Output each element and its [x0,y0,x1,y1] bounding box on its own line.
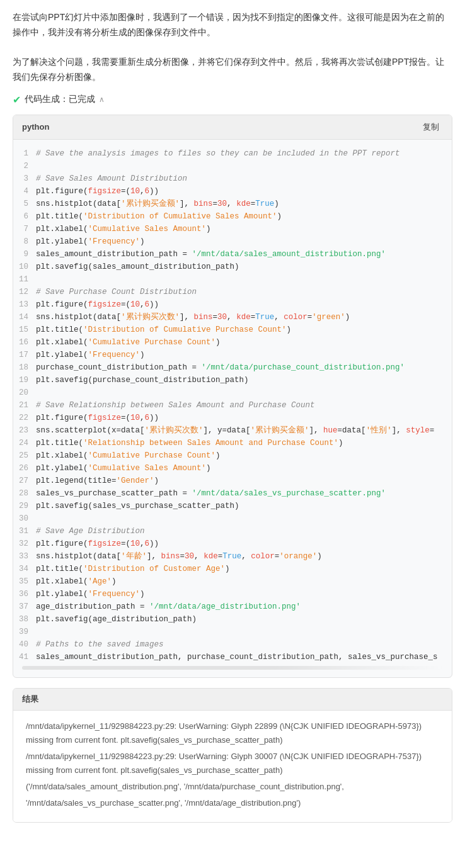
line-number: 23 [13,424,36,437]
chevron-up-icon[interactable]: ∧ [99,95,105,104]
code-line: 3# Save Sales Amount Distribution [13,172,452,185]
line-code: plt.legend(title='Gender') [36,475,452,487]
line-number: 40 [13,638,36,651]
line-code: plt.figure(figsize=(10,6)) [36,298,452,311]
line-number: 10 [13,261,36,273]
line-number: 28 [13,487,36,500]
code-line: 9sales_amount_distribution_path = '/mnt/… [13,248,452,261]
line-code: plt.figure(figsize=(10,6)) [36,412,452,424]
status-label: 代码生成：已完成 [25,94,95,105]
code-line: 12# Save Purchase Count Distribution [13,286,452,298]
line-code: # Save the analysis images to files so t… [36,147,452,160]
copy-button[interactable]: 复制 [419,120,443,134]
code-body[interactable]: 1# Save the analysis images to files so … [13,140,452,677]
line-number: 25 [13,449,36,462]
line-code: # Save Relationship between Sales Amount… [36,399,452,412]
line-code: plt.ylabel('Frequency') [36,235,452,248]
line-number: 8 [13,235,36,248]
code-line: 30 [13,512,452,525]
line-number: 4 [13,185,36,198]
code-line: 31# Save Age Distribution [13,525,452,538]
code-header: python 复制 [13,115,452,140]
line-code: plt.savefig(purchase_count_distribution_… [36,374,452,386]
line-number: 38 [13,613,36,626]
code-line: 2 [13,160,452,172]
code-line: 20 [13,386,452,399]
line-number: 5 [13,198,36,210]
result-line: /mnt/data/ipykernel_11/929884223.py:29: … [26,719,439,747]
code-line: 17plt.ylabel('Frequency') [13,349,452,361]
line-code: sales_amount_distribution_path, purchase… [36,651,452,663]
line-number: 21 [13,399,36,412]
line-number: 31 [13,525,36,538]
intro-paragraph-1: 在尝试向PPT幻灯片中添加图像时，我遇到了一个错误，因为找不到指定的图像文件。这… [13,10,452,40]
check-icon: ✔ [13,94,21,106]
result-body: /mnt/data/ipykernel_11/929884223.py:29: … [13,711,452,822]
line-number: 14 [13,311,36,324]
line-number: 33 [13,550,36,563]
line-code [36,386,452,399]
line-number: 27 [13,475,36,487]
code-line: 22plt.figure(figsize=(10,6)) [13,412,452,424]
line-code: plt.title('Distribution of Cumulative Sa… [36,210,452,223]
code-line: 6plt.title('Distribution of Cumulative S… [13,210,452,223]
line-code: age_distribution_path = '/mnt/data/age_d… [36,600,452,613]
code-line: 10plt.savefig(sales_amount_distribution_… [13,261,452,273]
intro-section: 在尝试向PPT幻灯片中添加图像时，我遇到了一个错误，因为找不到指定的图像文件。这… [13,10,452,85]
line-code: plt.figure(figsize=(10,6)) [36,538,452,550]
line-code: # Paths to the saved images [36,638,452,651]
line-number: 32 [13,538,36,550]
result-line: ('/mnt/data/sales_amount_distribution.pn… [26,780,439,794]
code-line: 41sales_amount_distribution_path, purcha… [13,651,452,663]
line-code: plt.title('Relationship between Sales Am… [36,437,452,449]
code-line: 1# Save the analysis images to files so … [13,147,452,160]
line-code: plt.ylabel('Frequency') [36,588,452,600]
line-number: 7 [13,223,36,235]
line-number: 29 [13,500,36,512]
line-code: plt.figure(figsize=(10,6)) [36,185,452,198]
line-number: 11 [13,273,36,286]
main-content: 在尝试向PPT幻灯片中添加图像时，我遇到了一个错误，因为找不到指定的图像文件。这… [0,0,465,833]
code-line: 32plt.figure(figsize=(10,6)) [13,538,452,550]
line-code: plt.xlabel('Age') [36,575,452,588]
code-line: 24plt.title('Relationship between Sales … [13,437,452,449]
line-number: 16 [13,336,36,349]
code-line: 21# Save Relationship between Sales Amou… [13,399,452,412]
line-code: plt.ylabel('Frequency') [36,349,452,361]
line-code: sns.scatterplot(x=data['累计购买次数'], y=data… [36,424,452,437]
line-code: plt.ylabel('Cumulative Sales Amount') [36,462,452,475]
code-line: 35plt.xlabel('Age') [13,575,452,588]
result-block: 结果 /mnt/data/ipykernel_11/929884223.py:2… [13,688,452,823]
line-code: # Save Age Distribution [36,525,452,538]
line-code: # Save Sales Amount Distribution [36,172,452,185]
code-line: 8plt.ylabel('Frequency') [13,235,452,248]
line-number: 6 [13,210,36,223]
line-number: 9 [13,248,36,261]
code-line: 16plt.xlabel('Cumulative Purchase Count'… [13,336,452,349]
line-number: 22 [13,412,36,424]
code-line: 39 [13,626,452,638]
line-code: plt.title('Distribution of Customer Age'… [36,563,452,575]
code-line: 27plt.legend(title='Gender') [13,475,452,487]
code-line: 38plt.savefig(age_distribution_path) [13,613,452,626]
line-number: 39 [13,626,36,638]
code-line: 15plt.title('Distribution of Cumulative … [13,324,452,336]
code-line: 14sns.histplot(data['累计购买次数'], bins=30, … [13,311,452,324]
line-number: 30 [13,512,36,525]
line-code: sales_vs_purchase_scatter_path = '/mnt/d… [36,487,452,500]
result-header: 结果 [13,689,452,711]
code-line: 40# Paths to the saved images [13,638,452,651]
code-line: 28sales_vs_purchase_scatter_path = '/mnt… [13,487,452,500]
line-code: sales_amount_distribution_path = '/mnt/d… [36,248,452,261]
code-line: 37age_distribution_path = '/mnt/data/age… [13,600,452,613]
code-table: 1# Save the analysis images to files so … [13,147,452,663]
line-number: 13 [13,298,36,311]
code-line: 33sns.histplot(data['年龄'], bins=30, kde=… [13,550,452,563]
line-code: sns.histplot(data['累计购买次数'], bins=30, kd… [36,311,452,324]
code-line: 7plt.xlabel('Cumulative Sales Amount') [13,223,452,235]
code-line: 34plt.title('Distribution of Customer Ag… [13,563,452,575]
line-code: plt.savefig(age_distribution_path) [36,613,452,626]
code-line: 18purchase_count_distribution_path = '/m… [13,361,452,374]
line-number: 24 [13,437,36,449]
code-block: python 复制 1# Save the analysis images to… [13,115,452,678]
